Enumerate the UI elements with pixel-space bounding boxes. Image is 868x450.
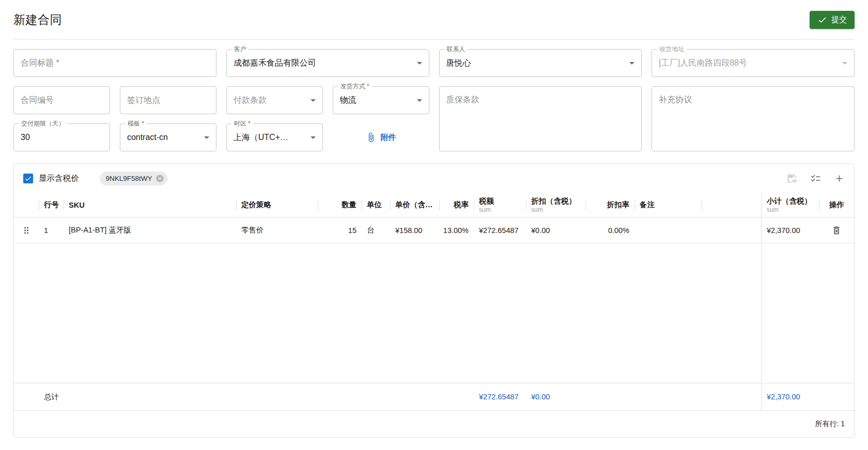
shipping-method-value: 物流 xyxy=(340,95,357,106)
grid-total-row: 总计 ¥272.65487 ¥0.00 ¥2,370.00 xyxy=(14,383,854,410)
col-header-actions: 操作 xyxy=(819,193,854,217)
new-contract-page: 新建合同 提交 合同标题 * 客户 成都嘉禾食品有限公司 联系人 唐悦心 收货地… xyxy=(0,0,868,438)
shipping-address-select: 收货地址 [工厂]人民南路四段88号 xyxy=(652,49,855,77)
filter-chip[interactable]: 9NKL9F58tWY xyxy=(100,172,167,185)
supplement-placeholder: 补充协议 xyxy=(659,95,692,105)
template-select[interactable]: 模板 * contract-cn xyxy=(120,123,216,151)
add-row-icon[interactable] xyxy=(834,173,845,184)
cell-line-no: 1 xyxy=(39,226,64,235)
grid-toolbar: 显示含税价 9NKL9F58tWY xyxy=(14,164,854,193)
col-header-note[interactable]: 备注 xyxy=(634,193,702,217)
delivery-days-input[interactable]: 交付期限（天） 30 xyxy=(13,123,110,151)
col-header-spacer xyxy=(702,193,762,217)
shipping-method-select[interactable]: 发货方式 * 物流 xyxy=(333,86,429,114)
grid-status-bar: 所有行: 1 xyxy=(14,410,854,437)
cell-discount[interactable]: ¥0.00 xyxy=(526,226,585,235)
checklist-icon[interactable] xyxy=(810,173,821,184)
col-header-tax-amount[interactable]: 税额sum xyxy=(474,193,526,217)
timezone-label: 时区 * xyxy=(231,120,253,128)
grid-empty-area xyxy=(14,243,854,383)
cell-sku[interactable]: [BP-A1-BT] 蓝牙版 xyxy=(64,225,236,235)
cell-pricing[interactable]: 零售价 xyxy=(236,225,318,235)
check-icon xyxy=(24,175,32,182)
attachment-button[interactable]: 附件 xyxy=(333,123,429,151)
contract-title-input[interactable]: 合同标题 * xyxy=(13,49,216,77)
chevron-down-icon xyxy=(200,131,213,144)
grid-header-row: 行号 SKU 定价策略 数量 单位 单价（含… 税率 税额sum 折扣（含税）s… xyxy=(14,193,854,218)
check-icon xyxy=(817,15,827,25)
signing-place-input[interactable]: 签订地点 xyxy=(120,86,216,114)
col-header-subtotal[interactable]: 小计（含税）sum xyxy=(762,193,819,217)
col-header-discount[interactable]: 折扣（含税）sum xyxy=(526,193,585,217)
warranty-textarea[interactable]: 质保条款 xyxy=(439,86,642,151)
col-header-pricing[interactable]: 定价策略 xyxy=(236,193,318,217)
topbar: 新建合同 提交 xyxy=(13,0,855,40)
chevron-down-icon xyxy=(307,94,319,106)
supplement-textarea[interactable]: 补充协议 xyxy=(652,86,855,151)
col-header-qty[interactable]: 数量 xyxy=(318,193,362,217)
signing-place-placeholder: 签订地点 xyxy=(127,95,160,106)
total-label: 总计 xyxy=(39,392,362,402)
col-header-discount-rate[interactable]: 折扣率 xyxy=(585,193,634,217)
delivery-days-value: 30 xyxy=(21,133,30,142)
shipping-method-label: 发货方式 * xyxy=(338,83,372,90)
cell-unit[interactable]: 台 xyxy=(362,225,390,235)
payment-terms-select[interactable]: 付款条款 xyxy=(226,86,323,114)
drag-column-header xyxy=(14,193,39,217)
chevron-down-icon xyxy=(413,94,426,106)
grid-toolbar-icons xyxy=(786,173,845,184)
form-row-1: 合同标题 * 客户 成都嘉禾食品有限公司 联系人 唐悦心 收货地址 [工厂]人民… xyxy=(13,49,855,77)
cell-discount-rate[interactable]: 0.00% xyxy=(585,226,634,235)
delete-row-icon[interactable] xyxy=(831,225,842,236)
save-view-icon[interactable] xyxy=(786,173,797,184)
paperclip-icon xyxy=(366,132,376,143)
chevron-down-icon xyxy=(839,57,851,69)
timezone-value: 上海（UTC+… xyxy=(234,132,288,143)
customer-value: 成都嘉禾食品有限公司 xyxy=(234,58,316,69)
attachment-label: 附件 xyxy=(381,133,396,143)
shipping-address-label: 收货地址 xyxy=(657,45,687,53)
cell-unit-price[interactable]: ¥158.00 xyxy=(390,226,439,235)
cell-subtotal: ¥2,370.00 xyxy=(762,226,819,235)
row-count-label: 所有行: 1 xyxy=(815,420,845,429)
contract-no-placeholder: 合同编号 xyxy=(21,95,54,106)
form-rows-2-3: 合同编号 签订地点 付款条款 发货方式 * 物流 质保条款 补充协议 交付期限（… xyxy=(13,86,855,151)
col-header-line-no[interactable]: 行号 xyxy=(39,193,64,217)
col-header-tax-rate[interactable]: 税率 xyxy=(439,193,474,217)
contact-value: 唐悦心 xyxy=(446,58,471,69)
warranty-placeholder: 质保条款 xyxy=(446,95,479,105)
chevron-down-icon xyxy=(413,57,426,69)
chevron-down-icon xyxy=(307,131,319,144)
submit-button[interactable]: 提交 xyxy=(810,11,855,29)
drag-handle-icon[interactable] xyxy=(21,225,32,236)
timezone-select[interactable]: 时区 * 上海（UTC+… xyxy=(226,123,323,151)
show-tax-checkbox[interactable] xyxy=(23,174,33,183)
template-label: 模板 * xyxy=(125,120,147,128)
contact-select[interactable]: 联系人 唐悦心 xyxy=(439,49,642,77)
submit-label: 提交 xyxy=(831,15,847,25)
cell-qty[interactable]: 15 xyxy=(318,226,362,235)
col-header-sku[interactable]: SKU xyxy=(64,193,236,217)
contact-label: 联系人 xyxy=(444,45,468,53)
contract-no-input[interactable]: 合同编号 xyxy=(13,86,110,114)
contract-title-placeholder: 合同标题 * xyxy=(21,58,59,69)
cell-tax-amount: ¥272.65487 xyxy=(474,226,526,235)
total-discount: ¥0.00 xyxy=(526,393,585,401)
col-header-unit[interactable]: 单位 xyxy=(362,193,390,217)
table-row: 1 [BP-A1-BT] 蓝牙版 零售价 15 台 ¥158.00 13.00%… xyxy=(14,218,854,243)
line-items-grid: 显示含税价 9NKL9F58tWY 行号 SKU 定价策略 xyxy=(13,163,855,438)
total-tax-amount: ¥272.65487 xyxy=(474,393,526,401)
col-header-unit-price[interactable]: 单价（含… xyxy=(390,193,439,217)
shipping-address-value: [工厂]人民南路四段88号 xyxy=(659,58,747,69)
filter-chip-label: 9NKL9F58tWY xyxy=(106,175,152,182)
delivery-days-label: 交付期限（天） xyxy=(19,120,67,128)
show-tax-label: 显示含税价 xyxy=(39,173,79,184)
customer-label: 客户 xyxy=(231,45,249,53)
cell-tax-rate[interactable]: 13.00% xyxy=(439,226,474,235)
customer-select[interactable]: 客户 成都嘉禾食品有限公司 xyxy=(226,49,429,77)
page-title: 新建合同 xyxy=(13,12,62,28)
chevron-down-icon xyxy=(626,57,638,69)
total-subtotal: ¥2,370.00 xyxy=(762,393,819,401)
chip-close-icon[interactable] xyxy=(156,174,164,183)
template-value: contract-cn xyxy=(127,133,168,142)
